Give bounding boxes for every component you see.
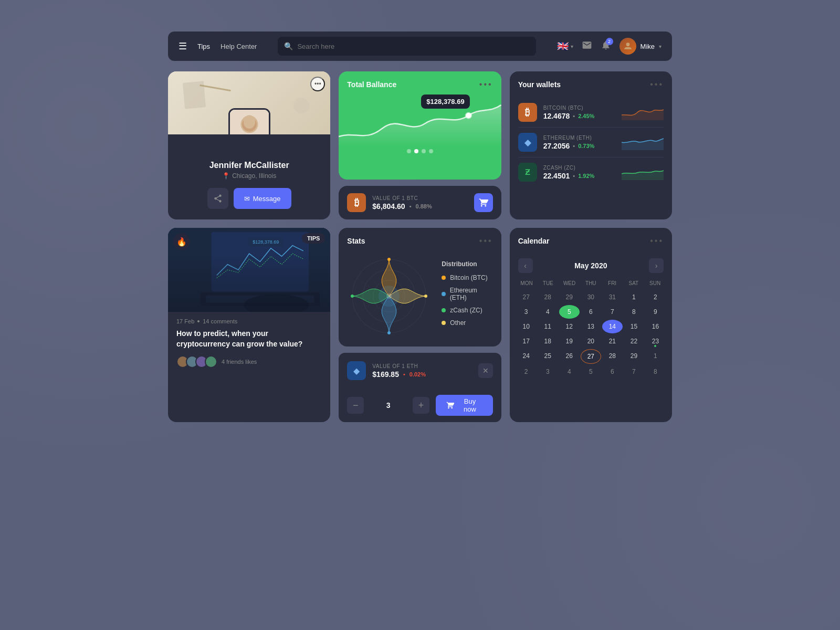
nav-links: Tips Help Center [197,43,257,50]
cal-day-2a[interactable]: 2 [645,290,666,304]
cal-day-23[interactable]: 23 [645,334,666,348]
calendar-next-button[interactable]: › [649,258,664,273]
buy-controls: − 3 + Buy now [339,388,501,422]
carousel-dot-4[interactable] [429,149,433,153]
news-title[interactable]: How to predict, when your cryptocurrency… [176,329,322,349]
cal-day-1b[interactable]: 1 [645,349,666,364]
cal-day-17[interactable]: 17 [516,334,537,348]
mail-button[interactable] [582,40,592,52]
cal-day-6b[interactable]: 6 [602,365,623,379]
cal-day-7[interactable]: 7 [602,305,623,319]
svg-point-5 [244,115,255,129]
cal-day-3[interactable]: 3 [516,305,537,319]
btc-cart-button[interactable] [474,193,493,212]
language-selector[interactable]: 🇬🇧 ▾ [557,40,573,52]
wallet-item-zec: Ƶ ZCASH (ZC) 22.4501 • 1.92% [510,158,672,187]
btc-change-value: 0.88% [415,203,432,209]
calendar-nav: ‹ May 2020 › [510,254,672,273]
profile-background: ••• [168,71,330,134]
cal-day-1a[interactable]: 1 [624,290,644,304]
eth-close-button[interactable]: ✕ [478,363,493,378]
cal-day-19[interactable]: 19 [559,334,580,348]
cal-day-7b[interactable]: 7 [624,365,644,379]
btc-change-dot: • [410,203,412,209]
user-menu[interactable]: Mike ▾ [620,38,662,55]
cal-day-30a[interactable]: 30 [581,290,601,304]
cal-day-22[interactable]: 22 [624,334,644,348]
search-input[interactable] [297,43,529,50]
calendar-weekdays: MON TUE WED THU FRI SAT SUN [516,278,666,288]
calendar-days: 27 28 29 30 31 1 2 3 4 5 6 7 8 9 10 11 1… [516,290,666,379]
carousel-dot-1[interactable] [407,149,411,153]
menu-icon[interactable]: ☰ [178,40,187,52]
profile-actions: ✉ Message [207,188,291,209]
cal-day-8b[interactable]: 8 [645,365,666,379]
stats-title: Stats [347,237,365,245]
cal-day-28b[interactable]: 28 [602,349,623,364]
cal-day-27b[interactable]: 27 [581,349,601,364]
eth-buy-icon: ◆ [347,361,366,380]
news-card: $128,378.69 🔥 TIPS 17 Feb 14 comments Ho… [168,228,330,422]
cal-day-26[interactable]: 26 [559,349,580,364]
calendar-title: Calendar [518,237,550,245]
cal-day-2b[interactable]: 2 [516,365,537,379]
eth-buy-info: VALUE OF 1 ETH $169.85 • 0.02% [372,363,471,379]
share-button[interactable] [207,188,228,209]
svg-point-18 [387,331,391,334]
nav-link-tips[interactable]: Tips [197,43,210,50]
cal-day-21[interactable]: 21 [602,334,623,348]
quantity-increase-button[interactable]: + [413,397,429,414]
eth-buy-change: 0.02% [410,371,426,377]
nav-link-help[interactable]: Help Center [220,43,257,50]
cal-day-12[interactable]: 12 [559,320,580,333]
cal-day-4b[interactable]: 4 [559,365,580,379]
svg-point-16 [386,293,392,299]
cal-day-15[interactable]: 15 [624,320,644,333]
user-avatar [620,38,636,55]
stats-more-button[interactable]: ••• [479,236,493,246]
cal-day-11[interactable]: 11 [538,320,558,333]
balance-carousel-dots [339,149,501,153]
cal-day-10[interactable]: 10 [516,320,537,333]
cal-day-20[interactable]: 20 [581,334,601,348]
btc-wallet-icon: ₿ [518,103,537,122]
calendar-prev-button[interactable]: ‹ [518,258,533,273]
wallets-more-button[interactable]: ••• [650,80,664,89]
cal-day-29b[interactable]: 29 [624,349,644,364]
cal-day-27a[interactable]: 27 [516,290,537,304]
quantity-decrease-button[interactable]: − [347,397,364,414]
cal-day-4[interactable]: 4 [538,305,558,319]
cal-day-8[interactable]: 8 [624,305,644,319]
zec-wallet-info: ZCASH (ZC) 22.4501 • 1.92% [543,165,615,180]
balance-more-button[interactable]: ••• [479,80,493,89]
cal-day-5[interactable]: 5 [559,305,580,319]
news-meta-separator [197,320,200,322]
calendar-header: Calendar ••• [510,228,672,254]
cal-day-18[interactable]: 18 [538,334,558,348]
message-button[interactable]: ✉ Message [234,188,291,209]
zec-wallet-amount: 22.4501 • 1.92% [543,172,615,180]
cal-day-28a[interactable]: 28 [538,290,558,304]
calendar-more-button[interactable]: ••• [650,236,664,246]
cal-day-31a[interactable]: 31 [602,290,623,304]
search-bar: 🔍 [278,37,536,56]
cal-day-6[interactable]: 6 [581,305,601,319]
eth-buy-card: ◆ VALUE OF 1 ETH $169.85 • 0.02% ✕ − 3 + [339,353,501,422]
cal-day-25[interactable]: 25 [538,349,558,364]
carousel-dot-3[interactable] [422,149,426,153]
cal-day-14[interactable]: 14 [602,320,623,333]
cal-day-13[interactable]: 13 [581,320,601,333]
cal-day-16[interactable]: 16 [645,320,666,333]
flag-icon: 🇬🇧 [557,40,569,52]
cal-day-29a[interactable]: 29 [559,290,580,304]
cal-day-9[interactable]: 9 [645,305,666,319]
carousel-dot-2[interactable] [414,149,418,153]
cal-day-24[interactable]: 24 [516,349,537,364]
eth-buy-price: $169.85 • 0.02% [372,370,471,379]
btc-value-card: ₿ VALUE OF 1 BTC $6,804.60 • 0.88% [339,186,501,219]
cal-day-3b[interactable]: 3 [538,365,558,379]
balance-tooltip: $128,378.69 [421,94,469,109]
notifications-button[interactable]: 2 [601,40,611,52]
buy-now-button[interactable]: Buy now [436,395,493,416]
cal-day-5b[interactable]: 5 [581,365,601,379]
